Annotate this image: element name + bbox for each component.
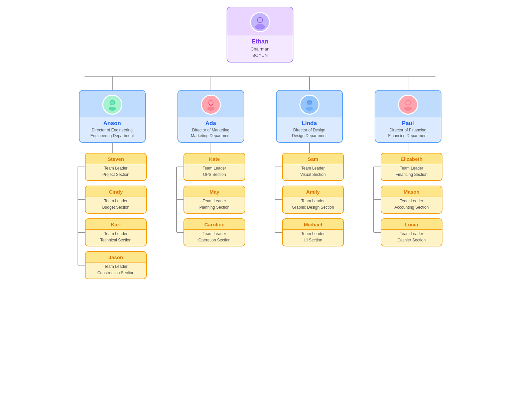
svg-point-6 — [109, 107, 116, 111]
michael-hline — [275, 232, 282, 233]
paul-avatar-area — [375, 91, 441, 117]
linda-name: Linda — [302, 120, 317, 127]
michael-card: Michael Team Leader UI Section — [282, 218, 344, 246]
sam-dept: Visual Section — [300, 172, 326, 177]
top-vline — [260, 63, 260, 76]
top-avatar — [250, 12, 270, 32]
team-cindy: Cindy Team Leader Budget Section — [78, 186, 147, 214]
top-name: Ethan — [252, 38, 268, 45]
karl-name: Karl — [86, 222, 146, 227]
paul-card: Paul Director of Financing Financing Dep… — [375, 90, 441, 143]
svg-point-9 — [207, 107, 215, 111]
eilzabeth-hline — [374, 167, 381, 167]
kate-hline — [177, 167, 183, 167]
jason-name: Jason — [86, 254, 146, 260]
karl-namebar: Karl — [86, 219, 146, 230]
team-michael: Michael Team Leader UI Section — [275, 218, 344, 246]
steven-role: Team Leader — [104, 166, 127, 171]
directors-row: Anson Director of Engineering Engineerin… — [59, 77, 461, 279]
may-role: Team Leader — [203, 199, 226, 203]
cindy-hline — [78, 199, 85, 200]
caroline-role: Team Leader — [203, 231, 226, 236]
linda-card: Linda Director of Design Design Departme… — [276, 90, 343, 143]
mason-namebar: Mason — [381, 186, 442, 197]
paul-vline-bot — [408, 143, 408, 153]
linda-vline-bot — [309, 143, 310, 153]
may-dept: Planning Section — [199, 205, 229, 210]
sam-namebar: Sam — [283, 153, 343, 164]
cindy-dept: Budget Section — [102, 205, 129, 210]
may-namebar: May — [184, 186, 245, 197]
team-may: May Team Leader Planning Section — [177, 186, 245, 214]
lucia-name: Lucia — [381, 222, 442, 227]
jason-hline — [78, 265, 85, 266]
top-dept: BOYUN — [252, 53, 268, 58]
ada-role: Director of Marketing — [192, 128, 229, 132]
linda-avatar-area — [277, 91, 342, 117]
eilzabeth-name: Eilzabeth — [381, 156, 442, 162]
svg-point-2 — [258, 18, 262, 22]
svg-point-3 — [256, 24, 264, 29]
top-card: Ethan Chairman BOYUN — [227, 7, 293, 63]
lucia-dept: Cashier Section — [397, 238, 426, 242]
eilzabeth-namebar: Eilzabeth — [381, 153, 442, 164]
paul-teams-bracket: Eilzabeth Team Leader Financing Section … — [373, 153, 442, 246]
kate-role: Team Leader — [203, 166, 226, 171]
amily-namebar: Amily — [283, 186, 343, 197]
kate-card: Kate Team Leader OPS Section — [183, 153, 245, 181]
cindy-card: Cindy Team Leader Budget Section — [85, 186, 147, 214]
team-jason: Jason Team Leader Construction Section — [78, 251, 147, 279]
caroline-name: Caroline — [184, 222, 245, 227]
amily-name: Amily — [283, 189, 343, 195]
paul-teams: Eilzabeth Team Leader Financing Section … — [374, 153, 442, 246]
caroline-dept: Operation Section — [198, 238, 230, 242]
mason-name: Mason — [381, 189, 442, 195]
svg-point-15 — [404, 107, 412, 111]
linda-teams: Sam Team Leader Visual Section Amily — [275, 153, 344, 246]
paul-vline-top — [408, 77, 408, 90]
karl-hline — [78, 232, 85, 233]
anson-vline-top — [112, 77, 113, 90]
linda-teams-bracket: Sam Team Leader Visual Section Amily — [275, 153, 344, 246]
amily-role: Team Leader — [301, 199, 324, 203]
eilzabeth-card: Eilzabeth Team Leader Financing Section — [381, 153, 442, 181]
amily-hline — [275, 199, 282, 200]
svg-point-14 — [406, 101, 410, 105]
caroline-namebar: Caroline — [184, 219, 245, 230]
lucia-card: Lucia Team Leader Cashier Section — [381, 218, 442, 246]
jason-namebar: Jason — [86, 252, 146, 262]
michael-namebar: Michael — [283, 219, 343, 230]
ada-teams: Kate Team Leader OPS Section May Tea — [177, 153, 245, 246]
top-avatar-area — [227, 7, 293, 35]
anson-vline-bot — [112, 143, 113, 153]
director-anson: Anson Director of Engineering Engineerin… — [63, 77, 161, 279]
michael-name: Michael — [283, 222, 343, 227]
kate-name: Kate — [184, 156, 245, 162]
svg-point-12 — [306, 107, 313, 111]
anson-card: Anson Director of Engineering Engineerin… — [79, 90, 146, 143]
linda-vline-top — [309, 77, 310, 90]
linda-role: Director of Design — [293, 128, 325, 132]
team-eilzabeth: Eilzabeth Team Leader Financing Section — [374, 153, 442, 181]
eilzabeth-dept: Financing Section — [396, 172, 427, 177]
ada-avatar — [201, 95, 221, 115]
linda-dept: Design Department — [292, 133, 327, 138]
mason-card: Mason Team Leader Accounting Section — [381, 186, 442, 214]
ada-vline-bot — [211, 143, 211, 153]
director-paul: Paul Director of Financing Financing Dep… — [359, 77, 457, 279]
anson-avatar — [102, 95, 122, 115]
director-linda: Linda Director of Design Design Departme… — [260, 77, 359, 279]
director-ada: Ada Director of Marketing Marketing Depa… — [161, 77, 260, 279]
kate-namebar: Kate — [184, 153, 245, 164]
michael-dept: UI Section — [304, 238, 322, 242]
mason-dept: Accounting Section — [394, 205, 429, 210]
may-name: May — [184, 189, 245, 195]
lucia-hline — [374, 232, 381, 233]
team-mason: Mason Team Leader Accounting Section — [374, 186, 442, 214]
mason-hline — [374, 199, 381, 200]
caroline-hline — [177, 232, 183, 233]
team-lucia: Lucia Team Leader Cashier Section — [374, 218, 442, 246]
cindy-namebar: Cindy — [86, 186, 146, 197]
may-card: May Team Leader Planning Section — [183, 186, 245, 214]
ada-teams-bracket: Kate Team Leader OPS Section May Tea — [176, 153, 245, 246]
